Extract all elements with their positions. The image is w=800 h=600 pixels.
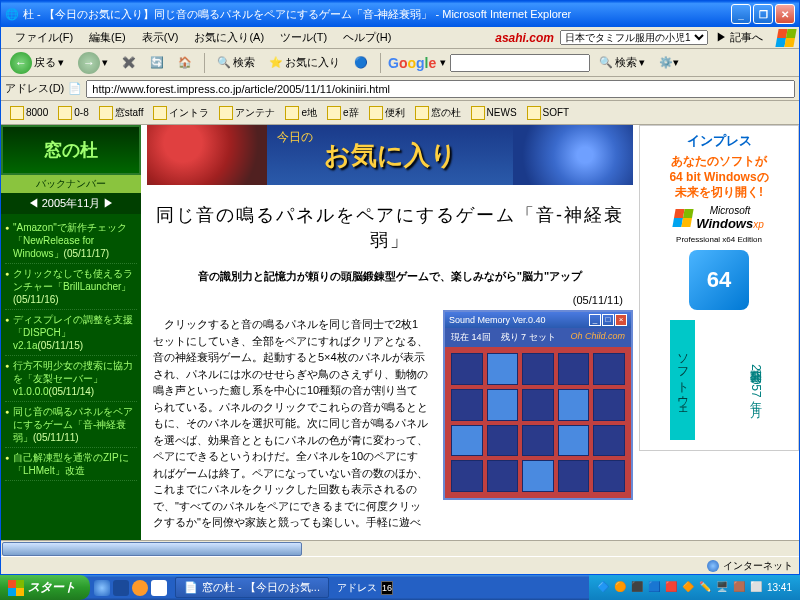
tray-icon[interactable]: ⬜: [750, 581, 764, 595]
ql-desktop-icon[interactable]: [113, 580, 129, 596]
favorites-button[interactable]: ⭐お気に入り: [264, 52, 345, 73]
system-tray[interactable]: 🔷 🟠 ⬛ 🟦 🟥 🔶 ✏️ 🖥️ 🟫 ⬜ 13:41: [589, 575, 800, 600]
backnumber-header[interactable]: バックナンバー: [1, 175, 141, 193]
link-intra[interactable]: イントラ: [148, 104, 214, 122]
tray-icon[interactable]: 🔷: [597, 581, 611, 595]
link-8000[interactable]: 8000: [5, 104, 53, 122]
article-subtitle: 音の識別力と記憶力が頼りの頭脳鍛錬型ゲームで、楽しみながら"脳力"アップ: [147, 263, 633, 290]
impress-ad[interactable]: インプレス あなたのソフトが64 bit Windowsの未来を切り開く! Mi…: [639, 125, 799, 451]
tray-icon[interactable]: ⬛: [631, 581, 645, 595]
zone-icon: [707, 560, 719, 572]
taskbar-address: アドレス: [337, 581, 393, 595]
quick-launch: [90, 580, 171, 596]
menu-view[interactable]: 表示(V): [134, 27, 187, 48]
page-icon: 📄: [68, 82, 82, 95]
link-antenna[interactable]: アンテナ: [214, 104, 280, 122]
app-icon: 🌐: [5, 8, 19, 21]
ql-app-icon[interactable]: [151, 580, 167, 596]
menu-help[interactable]: ヘルプ(H): [335, 27, 399, 48]
tray-icon[interactable]: 🖥️: [716, 581, 730, 595]
asahi-go[interactable]: ▶ 記事へ: [708, 27, 771, 48]
sidebar-article[interactable]: 自己解凍型を通常のZIPに「LHMelt」改造: [5, 448, 137, 481]
stop-button[interactable]: ✖️: [117, 53, 141, 72]
tray-icon[interactable]: ✏️: [699, 581, 713, 595]
article-body: クリックすると音の鳴るパネルを同じ音同士で2枚1セットにしていき、全部をペアにす…: [147, 310, 435, 537]
taskbar-task[interactable]: 📄窓の杜 - 【今日のお気...: [175, 577, 329, 598]
zone-label: インターネット: [723, 559, 793, 573]
menu-edit[interactable]: 編集(E): [81, 27, 134, 48]
asahi-select[interactable]: 日本でタミフル服用の小児1: [560, 30, 708, 45]
site-sidebar: 窓の杜 バックナンバー ◀ 2005年11月 ▶ "Amazon"で新作チェック…: [1, 125, 141, 540]
address-bar: アドレス(D) 📄: [1, 77, 799, 101]
ql-ie-icon[interactable]: [94, 580, 110, 596]
sidebar-article[interactable]: クリックなしでも使えるランチャー「BrillLauncher」(05/11/16…: [5, 264, 137, 310]
article-title: 同じ音の鳴るパネルをペアにするゲーム「音-神経衰弱」: [147, 193, 633, 263]
taskbar: スタート 📄窓の杜 - 【今日のお気... アドレス 🔷 🟠 ⬛ 🟦 🟥 🔶 ✏…: [0, 575, 800, 600]
sidebar-article[interactable]: ディスプレイの調整を支援「DISPCH」v2.1a(05/11/15): [5, 310, 137, 356]
links-bar: 8000 0-8 窓staff イントラ アンテナ e地 e辞 便利 窓の杜 N…: [1, 101, 799, 125]
url-input[interactable]: [86, 80, 795, 98]
minimize-button[interactable]: _: [731, 4, 751, 24]
close-button[interactable]: ✕: [775, 4, 795, 24]
menu-tools[interactable]: ツール(T): [272, 27, 335, 48]
nav-toolbar: ←戻る ▾ →▾ ✖️ 🔄 🏠 🔍検索 ⭐お気に入り 🔵 Google ▾ 🔍検…: [1, 49, 799, 77]
start-button[interactable]: スタート: [0, 575, 90, 600]
throbber-icon: [777, 29, 799, 47]
statusbar: インターネット: [1, 556, 799, 574]
main-article: 今日の お気に入り 同じ音の鳴るパネルをペアにするゲーム「音-神経衰弱」 音の識…: [141, 125, 639, 540]
horizontal-scrollbar[interactable]: [1, 540, 799, 556]
article-list: "Amazon"で新作チェック「NewRelease for Windows」(…: [1, 214, 141, 485]
link-staff[interactable]: 窓staff: [94, 104, 149, 122]
link-soft[interactable]: SOFT: [522, 104, 575, 122]
link-news[interactable]: NEWS: [466, 104, 522, 122]
media-button[interactable]: 🔵: [349, 53, 373, 72]
link-mado[interactable]: 窓の杜: [410, 104, 466, 122]
clock[interactable]: 13:41: [767, 582, 792, 593]
ql-firefox-icon[interactable]: [132, 580, 148, 596]
menu-file[interactable]: ファイル(F): [7, 27, 81, 48]
sidebar-article[interactable]: 行方不明少女の捜索に協力を「友梨セーバー」v1.0.0.0(05/11/14): [5, 356, 137, 402]
sidebar-article[interactable]: "Amazon"で新作チェック「NewRelease for Windows」(…: [5, 218, 137, 264]
site-logo[interactable]: 窓の杜: [1, 125, 141, 175]
tray-icon[interactable]: 🟠: [614, 581, 628, 595]
page-content: 窓の杜 バックナンバー ◀ 2005年11月 ▶ "Amazon"で新作チェック…: [1, 125, 799, 540]
link-eji[interactable]: e辞: [322, 104, 364, 122]
titlebar[interactable]: 🌐 杜 - 【今日のお気に入り】同じ音の鳴るパネルをペアにするゲーム「音-神経衰…: [1, 1, 799, 27]
google-search-button[interactable]: 🔍検索 ▾: [594, 52, 650, 73]
month-header: ◀ 2005年11月 ▶: [1, 193, 141, 214]
address-label: アドレス(D): [5, 81, 64, 96]
forward-button[interactable]: →▾: [73, 49, 113, 77]
menubar: ファイル(F) 編集(E) 表示(V) お気に入り(A) ツール(T) ヘルプ(…: [1, 27, 799, 49]
menu-favorites[interactable]: お気に入り(A): [186, 27, 272, 48]
game-screenshot: Sound Memory Ver.0.40_□× 現在 14回 残り 7 セット…: [443, 310, 633, 537]
tray-icon[interactable]: 🟦: [648, 581, 662, 595]
back-button[interactable]: ←戻る ▾: [5, 49, 69, 77]
link-echi[interactable]: e地: [280, 104, 322, 122]
maximize-button[interactable]: ❐: [753, 4, 773, 24]
google-opt-button[interactable]: ⚙️▾: [654, 53, 684, 72]
ad-sidebar: インプレス あなたのソフトが64 bit Windowsの未来を切り開く! Mi…: [639, 125, 799, 540]
sidebar-article[interactable]: 同じ音の鳴るパネルをペアにするゲーム「音-神経衰弱」(05/11/11): [5, 402, 137, 448]
search-button[interactable]: 🔍検索: [212, 52, 260, 73]
tray-icon[interactable]: 🟥: [665, 581, 679, 595]
article-date: (05/11/11): [147, 290, 633, 310]
asahi-logo[interactable]: asahi.com: [495, 31, 554, 45]
google-logo: Google: [388, 55, 436, 71]
home-button[interactable]: 🏠: [173, 53, 197, 72]
tray-icon[interactable]: 🔶: [682, 581, 696, 595]
link-0-8[interactable]: 0-8: [53, 104, 93, 122]
tray-icon[interactable]: 🟫: [733, 581, 747, 595]
refresh-button[interactable]: 🔄: [145, 53, 169, 72]
okiniiri-banner: 今日の お気に入り: [147, 125, 633, 185]
google-search-input[interactable]: [450, 54, 590, 72]
ie-window: 🌐 杜 - 【今日のお気に入り】同じ音の鳴るパネルをペアにするゲーム「音-神経衰…: [0, 0, 800, 575]
link-benri[interactable]: 便利: [364, 104, 410, 122]
taskbar-address-input[interactable]: [381, 581, 393, 595]
window-title: 杜 - 【今日のお気に入り】同じ音の鳴るパネルをペアにするゲーム「音-神経衰弱」…: [19, 7, 729, 22]
